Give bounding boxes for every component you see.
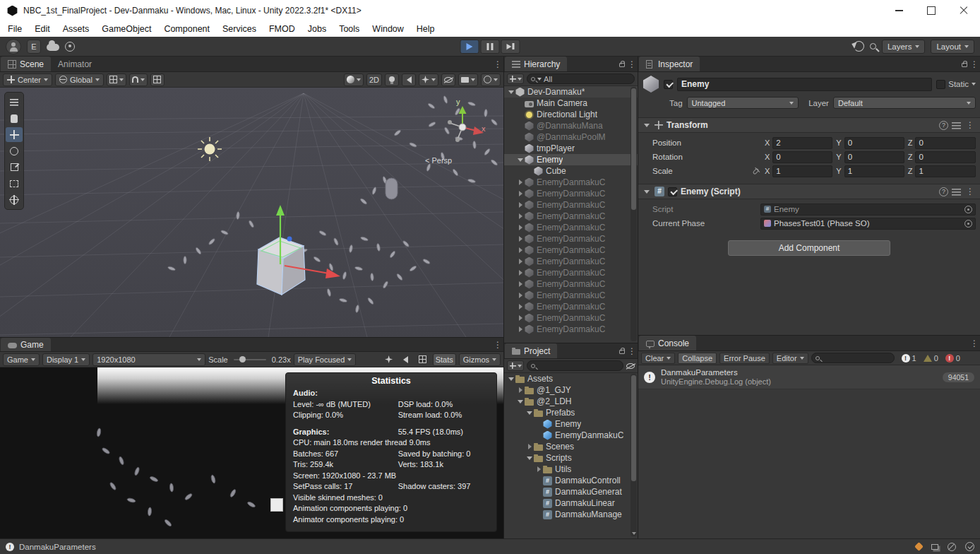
disclosure-arrow[interactable] (516, 301, 525, 312)
project-row[interactable]: Assets (504, 373, 638, 384)
effects-dropdown[interactable] (419, 73, 438, 86)
hierarchy-row[interactable]: EnemyDanmakuC (504, 324, 638, 335)
info-count-toggle[interactable]: 1 (902, 354, 916, 363)
pause-button[interactable] (481, 40, 500, 54)
menu-item[interactable]: FMOD (263, 21, 301, 37)
hierarchy-row[interactable]: Main Camera (504, 98, 638, 109)
disclosure-arrow[interactable] (516, 131, 525, 143)
game-mode-dropdown[interactable]: Game (3, 353, 40, 366)
transform-component-header[interactable]: Transform (638, 117, 980, 133)
tab-hierarchy[interactable]: Hierarchy (505, 57, 567, 71)
hierarchy-row[interactable]: @DanmakuMana (504, 120, 638, 131)
lock-icon[interactable] (619, 63, 625, 67)
hierarchy-row[interactable]: EnemyDanmakuC (504, 199, 638, 211)
menu-item[interactable]: Assets (56, 21, 96, 37)
move-tool[interactable] (6, 127, 23, 142)
undo-history-icon[interactable] (854, 41, 864, 52)
console-log-entry[interactable]: DanmakuParameters UnityEngine.Debug.Log … (638, 365, 980, 389)
position-x-input[interactable] (772, 137, 832, 149)
hierarchy-scrollbar[interactable] (631, 87, 637, 341)
scale-tool[interactable] (6, 160, 23, 175)
disclosure-arrow[interactable] (534, 509, 543, 520)
layer-dropdown[interactable]: Default (833, 97, 976, 109)
script-object-field[interactable]: Enemy (760, 204, 976, 216)
project-row[interactable]: DanmakuLinear (504, 497, 638, 509)
transform-tool[interactable] (6, 192, 23, 207)
disclosure-arrow[interactable] (516, 290, 525, 301)
create-asset-button[interactable] (507, 360, 524, 371)
cloud-services-icon[interactable] (47, 44, 59, 51)
disclosure-arrow[interactable] (534, 497, 543, 509)
pane-menu-icon[interactable] (492, 340, 503, 350)
grid-visibility-dropdown[interactable] (107, 73, 126, 86)
gameobject-name-field[interactable]: Enemy (677, 78, 932, 91)
hierarchy-row[interactable]: EnemyDanmakuC (504, 211, 638, 222)
disclosure-arrow[interactable] (516, 396, 525, 407)
menu-item[interactable]: Window (366, 21, 410, 37)
disclosure-arrow[interactable] (516, 256, 525, 267)
resolution-dropdown[interactable]: 1920x1080 (92, 353, 205, 366)
rotation-y-input[interactable] (844, 151, 904, 163)
disclosure-arrow[interactable] (516, 211, 525, 222)
tab-console[interactable]: Console (639, 336, 696, 350)
project-row[interactable]: @2_LDH (504, 396, 638, 407)
scene-audio-toggle[interactable] (402, 73, 416, 86)
disclosure-arrow[interactable] (534, 486, 543, 497)
disclosure-arrow[interactable] (516, 233, 525, 244)
position-z-input[interactable] (915, 137, 976, 149)
package-manager-icon[interactable] (931, 544, 938, 550)
menu-item[interactable]: File (1, 21, 28, 37)
scroll-down-arrow[interactable] (632, 532, 636, 535)
layout-dropdown[interactable]: Layout (931, 40, 974, 54)
disclosure-arrow[interactable] (516, 109, 525, 120)
menu-item[interactable]: Edit (28, 21, 56, 37)
disclosure-arrow[interactable] (507, 373, 515, 384)
hierarchy-row[interactable]: EnemyDanmakuC (504, 222, 638, 233)
gizmos-dropdown[interactable] (481, 73, 501, 86)
hierarchy-row[interactable]: EnemyDanmakuC (504, 301, 638, 312)
hierarchy-row[interactable]: Dev-Danmaku* (504, 86, 638, 98)
mute-audio-toggle[interactable] (399, 353, 413, 366)
project-scrollbar[interactable] (631, 374, 637, 536)
tool-overlay-menu[interactable] (6, 95, 23, 110)
gizmos-dropdown[interactable]: Gizmos (459, 353, 501, 366)
disclosure-arrow[interactable] (525, 407, 534, 418)
draw-mode-dropdown[interactable] (344, 73, 364, 86)
menu-item[interactable]: Help (410, 21, 441, 37)
position-y-input[interactable] (844, 137, 904, 149)
stats-toggle[interactable]: Stats (433, 353, 456, 366)
disclosure-arrow[interactable] (516, 98, 525, 109)
rotation-z-input[interactable] (915, 151, 976, 163)
perspective-mode-label[interactable]: < Persp (425, 156, 452, 165)
hidden-packages-icon[interactable] (626, 363, 635, 369)
hierarchy-row[interactable]: EnemyDanmakuC (504, 244, 638, 256)
static-group[interactable]: Static (936, 80, 976, 89)
presets-icon[interactable] (952, 122, 961, 129)
disclosure-arrow[interactable] (516, 199, 525, 211)
scene-visibility-toggle[interactable] (441, 73, 455, 86)
play-focused-dropdown[interactable]: Play Focused (294, 353, 357, 366)
pane-menu-icon[interactable] (626, 346, 638, 356)
snap-settings-dropdown[interactable] (129, 73, 148, 86)
slider-knob[interactable] (239, 356, 246, 363)
error-count-toggle[interactable]: 0 (945, 354, 960, 363)
disclosure-arrow[interactable] (516, 154, 525, 165)
object-picker-icon[interactable] (964, 220, 972, 228)
project-row[interactable]: Enemy (504, 418, 638, 430)
progress-check-icon[interactable] (965, 542, 974, 551)
disclosure-arrow[interactable] (516, 312, 525, 324)
disclosure-arrow[interactable] (516, 267, 525, 278)
disclosure-arrow[interactable] (534, 418, 543, 430)
rotate-tool[interactable] (6, 143, 23, 158)
static-checkbox[interactable] (936, 80, 945, 89)
scale-slider[interactable] (234, 359, 266, 360)
foldout-arrow-icon[interactable] (644, 124, 650, 127)
scale-x-input[interactable] (772, 165, 832, 177)
disclosure-arrow[interactable] (525, 165, 534, 177)
camera-settings-dropdown[interactable] (458, 73, 478, 86)
lock-icon[interactable] (619, 350, 625, 354)
tag-dropdown[interactable]: Untagged (687, 97, 799, 109)
metrics-toggle[interactable] (416, 353, 430, 366)
scene-lighting-toggle[interactable] (385, 73, 399, 86)
alert-spark-icon[interactable] (914, 542, 924, 551)
